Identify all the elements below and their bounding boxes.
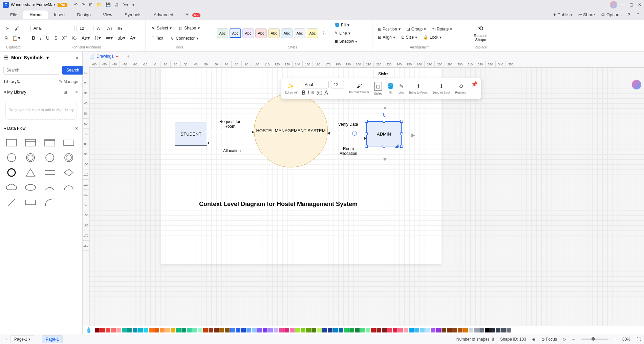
color-swatch[interactable] [295, 328, 300, 332]
color-swatch[interactable] [366, 328, 370, 332]
color-swatch[interactable] [154, 328, 159, 332]
export-button[interactable]: ⇲▾ [123, 2, 128, 7]
minimize-button[interactable]: — [621, 2, 625, 7]
color-swatch[interactable] [241, 328, 246, 332]
color-swatch[interactable] [209, 328, 213, 332]
color-swatch[interactable] [469, 328, 473, 332]
font-color-button[interactable]: A▾ [129, 34, 137, 42]
new-button[interactable]: ⊞ [89, 2, 92, 7]
float-line[interactable]: ✎ [399, 83, 404, 89]
arrow-allocation[interactable] [207, 143, 254, 143]
color-swatch[interactable] [355, 328, 360, 332]
color-swatch[interactable] [181, 328, 186, 332]
menu-symbols[interactable]: Symbols [119, 11, 148, 19]
shape-circle2[interactable] [43, 152, 57, 163]
color-swatch[interactable] [333, 328, 338, 332]
color-swatch[interactable] [290, 328, 295, 332]
styles-popup-tab[interactable]: Styles [373, 70, 394, 78]
handle-bm[interactable] [383, 145, 385, 148]
color-swatch[interactable] [317, 328, 322, 332]
decrease-font-button[interactable]: A↓ [106, 24, 114, 33]
float-size-select[interactable] [331, 81, 344, 88]
color-swatch[interactable] [328, 328, 332, 332]
handle-bl[interactable] [365, 145, 368, 148]
color-swatch[interactable] [474, 328, 479, 332]
style-swatch-2[interactable]: Abc [230, 28, 241, 38]
qat-more[interactable]: ▾ [132, 2, 134, 7]
shape-rect[interactable] [5, 137, 18, 148]
color-swatch[interactable] [246, 328, 251, 332]
menu-view[interactable]: View [97, 11, 119, 19]
highlight-button[interactable]: ab▾ [116, 34, 127, 42]
shape-cloud[interactable] [5, 182, 18, 193]
group-button[interactable]: ⊡ Group▾ [405, 26, 428, 33]
paste-button[interactable]: 📋▾ [11, 34, 22, 42]
float-bold[interactable]: B [302, 90, 306, 96]
shape-double-circle[interactable] [24, 152, 37, 163]
shape-rect-top[interactable] [43, 137, 57, 148]
font-select[interactable] [30, 25, 74, 32]
arrow-room-alloc[interactable] [328, 138, 366, 138]
view-toggle-icon[interactable]: ▭ [3, 337, 7, 342]
color-swatch[interactable] [339, 328, 343, 332]
label-room-alloc[interactable]: Room Allocation [337, 146, 360, 156]
color-swatch[interactable] [360, 328, 365, 332]
handle-mr[interactable] [400, 133, 403, 135]
color-swatch[interactable] [257, 328, 262, 332]
rotate-handle[interactable]: ↻ [382, 112, 387, 118]
menu-advanced[interactable]: Advanced [148, 11, 179, 19]
float-pin[interactable]: 📌 [471, 81, 478, 87]
color-swatch[interactable] [187, 328, 192, 332]
color-swatch[interactable] [263, 328, 267, 332]
shape-curve[interactable] [43, 197, 57, 208]
save-button[interactable]: 💾 [106, 2, 111, 7]
color-swatch[interactable] [414, 328, 419, 332]
color-swatch[interactable] [127, 328, 132, 332]
color-swatch[interactable] [371, 328, 376, 332]
styles-more[interactable]: ⋮ [320, 29, 327, 37]
color-swatch[interactable] [192, 328, 197, 332]
select-tool[interactable]: ⬉ Select ▾ [149, 24, 174, 32]
maximize-button[interactable]: ▢ [629, 2, 633, 7]
symbol-search-input[interactable] [3, 66, 60, 75]
bold-button[interactable]: B [30, 34, 37, 42]
color-swatch[interactable] [138, 328, 143, 332]
user-avatar[interactable] [610, 1, 617, 8]
handle-tr[interactable] [400, 120, 403, 123]
line-button[interactable]: ✎ Line ▾ [332, 30, 352, 37]
share-button[interactable]: ⚯ Share [578, 12, 595, 17]
shape-student[interactable]: STUDENT [175, 122, 207, 146]
handle-br[interactable] [400, 145, 403, 148]
color-swatch[interactable] [463, 328, 468, 332]
print-button[interactable]: 🖨 [115, 2, 119, 7]
menu-ai[interactable]: AI hot [179, 11, 207, 19]
menu-design[interactable]: Design [71, 11, 97, 19]
label-request[interactable]: Request for Room [216, 119, 243, 129]
library-close-icon[interactable]: ✕ [75, 90, 78, 95]
superscript-button[interactable]: X² [61, 34, 68, 42]
color-swatch[interactable] [198, 328, 202, 332]
style-swatch-3[interactable]: Abc [242, 28, 254, 38]
handle-tl[interactable] [365, 120, 368, 123]
float-italic[interactable]: I [308, 90, 309, 96]
float-styles[interactable]: ◻ [374, 82, 382, 90]
align-button[interactable]: ⊟ Align▾ [376, 34, 397, 41]
connector-tool[interactable]: ↳ Connector ▾ [168, 35, 201, 42]
color-swatch[interactable] [409, 328, 414, 332]
float-format-painter[interactable]: 🖌 [357, 83, 362, 89]
focus-button[interactable]: ⊙ Focus [541, 337, 557, 342]
color-swatch[interactable] [452, 328, 457, 332]
color-swatch[interactable] [496, 328, 500, 332]
style-swatch-4[interactable]: Abc [255, 28, 267, 38]
symbol-search-button[interactable]: Search [62, 66, 83, 75]
zoom-level[interactable]: 80% [622, 337, 630, 342]
format-painter-button[interactable]: 🖌 [13, 24, 21, 33]
color-swatch[interactable] [306, 328, 311, 332]
menu-home[interactable]: Home [23, 11, 48, 19]
float-replace[interactable]: ⟲ [458, 83, 463, 89]
menu-file[interactable]: File [4, 11, 23, 19]
float-highlight[interactable]: ab [316, 90, 322, 96]
color-swatch[interactable] [485, 328, 490, 332]
manage-button[interactable]: ✎ Manage [59, 79, 78, 84]
help-button[interactable]: ? [628, 12, 630, 17]
